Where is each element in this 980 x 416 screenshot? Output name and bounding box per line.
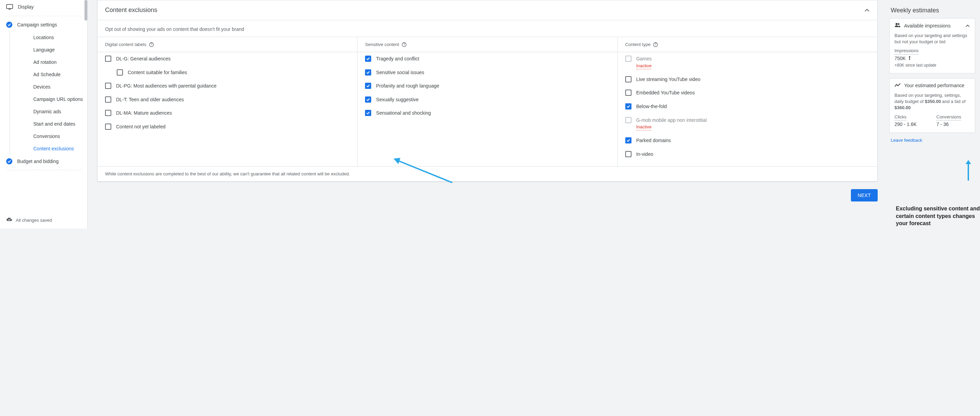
impressions-desc: Based on your targeting and settings but… [894, 33, 970, 45]
sensitive-label: Sexually suggestive [376, 97, 418, 103]
sidebar-label: Budget and bidding [17, 159, 59, 164]
impressions-label: Impressions [894, 48, 918, 54]
performance-header[interactable]: Your estimated performance [890, 79, 975, 92]
sidebar-item-content-exclusions[interactable]: Content exclusions [10, 143, 87, 155]
sidebar-section-budget[interactable]: Budget and bidding [0, 155, 87, 168]
sensitive-checkbox[interactable] [365, 97, 371, 103]
leave-feedback-link[interactable]: Leave feedback [891, 138, 975, 143]
display-icon [6, 3, 13, 10]
content-type-row: Parked domains [618, 134, 877, 148]
column-sensitive: Sensitive content ? Tragedy and conflict… [358, 37, 617, 166]
content-type-label: In-video [636, 151, 654, 158]
sensitive-row: Profanity and rough language [358, 79, 617, 93]
digital-label: DL-PG: Most audiences with parental guid… [116, 83, 217, 90]
content-type-checkbox[interactable] [625, 103, 632, 110]
digital-checkbox[interactable] [105, 83, 111, 89]
digital-row: DL-T: Teen and older audiences [97, 93, 357, 107]
conversions-label: Conversions [936, 114, 961, 121]
digital-checkbox[interactable] [105, 110, 111, 116]
content-type-checkbox[interactable] [625, 76, 632, 83]
sensitive-row: Tragedy and conflict [358, 52, 617, 66]
digital-row: Content suitable for families [97, 66, 357, 79]
impressions-body: Based on your targeting and settings but… [890, 33, 975, 73]
content-type-checkbox [625, 56, 632, 62]
conversions-value: 7 - 36 [936, 121, 970, 128]
content-type-checkbox[interactable] [625, 151, 632, 157]
help-icon[interactable]: ? [402, 42, 407, 47]
impressions-header[interactable]: Available impressions [890, 19, 975, 33]
chevron-up-icon[interactable] [864, 8, 870, 13]
next-button[interactable]: NEXT [851, 189, 878, 202]
sidebar-item-conversions[interactable]: Conversions [10, 130, 87, 143]
column-title: Digital content labels [105, 42, 146, 47]
sensitive-checkbox[interactable] [365, 110, 371, 116]
digital-row: DL-G: General audiences [97, 52, 357, 66]
digital-label: Content not yet labeled [116, 124, 165, 130]
content-type-checkbox[interactable] [625, 90, 632, 96]
sidebar-item-url-options[interactable]: Campaign URL options [10, 93, 87, 105]
performance-desc: Based on your targeting, settings, daily… [894, 92, 970, 111]
sensitive-checkbox[interactable] [365, 83, 371, 89]
sensitive-label: Tragedy and conflict [376, 56, 419, 62]
digital-row: DL-MA: Mature audiences [97, 106, 357, 120]
content-type-label: Below-the-fold [636, 103, 667, 110]
performance-title-text: Your estimated performance [904, 83, 964, 88]
sidebar-item-ad-schedule[interactable]: Ad Schedule [10, 68, 87, 81]
sensitive-checkbox[interactable] [365, 56, 371, 62]
svg-point-9 [898, 23, 900, 25]
sidebar-item-ad-rotation[interactable]: Ad rotation [10, 56, 87, 68]
check-circle-icon [6, 158, 12, 164]
column-title: Sensitive content [365, 42, 399, 47]
sidebar-item-language[interactable]: Language [10, 44, 87, 56]
content-type-checkbox[interactable] [625, 137, 632, 143]
content-type-label: G-mob mobile app non interstitialInactiv… [636, 117, 707, 131]
sidebar-section-campaign-settings[interactable]: Campaign settings [0, 18, 87, 31]
impressions-delta: +80K since last update [894, 62, 970, 68]
scrollbar-thumb[interactable] [84, 0, 87, 21]
column-header-sensitive: Sensitive content ? [358, 37, 617, 52]
help-icon[interactable]: ? [149, 42, 154, 47]
sidebar-item-devices[interactable]: Devices [10, 81, 87, 93]
card-title: Content exclusions [105, 6, 157, 14]
annotation-arrow-icon [964, 160, 972, 181]
content-type-label: GamesInactive [636, 56, 652, 69]
sidebar-item-start-end-dates[interactable]: Start and end dates [10, 118, 87, 130]
sidebar-label: Campaign settings [17, 22, 57, 27]
annotation-text: Excluding sensitive content and certain … [896, 205, 980, 227]
help-icon[interactable]: ? [653, 42, 658, 47]
sidebar-item-dynamic-ads[interactable]: Dynamic ads [10, 105, 87, 118]
trend-icon [894, 83, 901, 88]
performance-card: Your estimated performance Based on your… [889, 78, 975, 133]
sensitive-label: Sensitive social issues [376, 69, 424, 76]
sidebar-item-locations[interactable]: Locations [10, 31, 87, 44]
digital-checkbox[interactable] [117, 69, 123, 76]
digital-label: Content suitable for families [128, 69, 187, 76]
divider [6, 170, 81, 170]
digital-label: DL-T: Teen and older audiences [116, 97, 184, 103]
cloud-check-icon [6, 217, 12, 223]
content-type-row: Below-the-fold [618, 100, 877, 114]
sidebar: Display Campaign settings Locations Lang… [0, 0, 88, 229]
svg-point-8 [896, 23, 897, 25]
sensitive-checkbox[interactable] [365, 69, 371, 76]
column-title: Content type [625, 42, 651, 47]
performance-body: Based on your targeting, settings, daily… [890, 92, 975, 132]
digital-checkbox[interactable] [105, 124, 111, 130]
sensitive-row: Sexually suggestive [358, 93, 617, 107]
digital-checkbox[interactable] [105, 56, 111, 62]
content-exclusions-card: Content exclusions Opt out of showing yo… [97, 0, 878, 181]
card-header[interactable]: Content exclusions [97, 0, 877, 20]
save-status-text: All changes saved [16, 218, 52, 223]
sensitive-label: Sensational and shocking [376, 110, 431, 117]
save-status: All changes saved [0, 214, 87, 226]
sidebar-item-display[interactable]: Display [0, 0, 87, 14]
content-type-row: In-video [618, 148, 877, 161]
digital-label: DL-MA: Mature audiences [116, 110, 172, 117]
svg-text:?: ? [655, 43, 657, 46]
check-circle-icon [6, 22, 12, 28]
digital-checkbox[interactable] [105, 97, 111, 103]
digital-label: DL-G: General audiences [116, 56, 171, 62]
chevron-up-icon[interactable] [965, 23, 970, 29]
impressions-value: 750K 🠕 [894, 55, 970, 62]
svg-text:?: ? [150, 43, 153, 46]
